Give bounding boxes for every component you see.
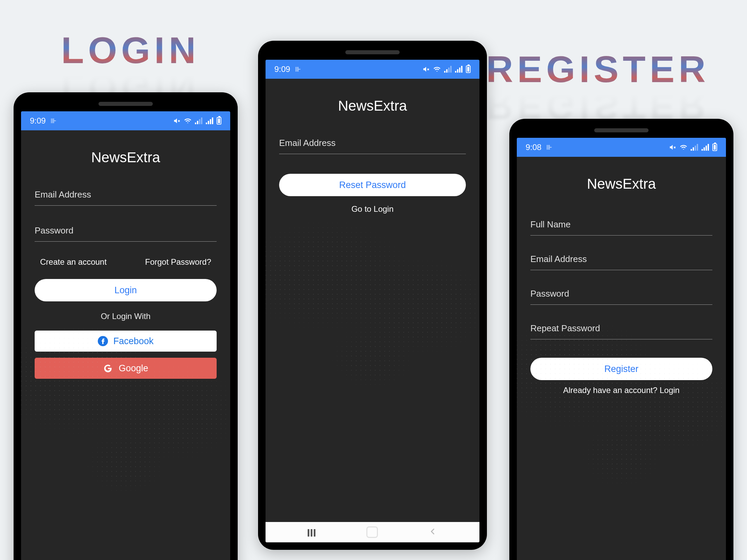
- password-field[interactable]: Password: [530, 288, 712, 305]
- email-field[interactable]: Email Address: [35, 189, 217, 206]
- register-banner: REGISTER: [486, 48, 710, 91]
- register-button[interactable]: Register: [530, 358, 712, 380]
- reset-password-button[interactable]: Reset Password: [279, 174, 466, 196]
- battery-icon: [217, 117, 221, 125]
- status-time: 9:08: [526, 143, 542, 152]
- facebook-login-button[interactable]: Facebook: [35, 331, 217, 352]
- or-login-with-label: Or Login With: [35, 312, 217, 321]
- signal-bars-sim2-icon: [206, 117, 213, 124]
- wifi-icon: [433, 66, 441, 73]
- email-label: Email Address: [530, 254, 712, 270]
- phone-login: 9:09 ⊪ NewsExtra Email Address Password …: [14, 92, 238, 560]
- status-app-indicator-icon: ⊪: [295, 65, 301, 73]
- email-field[interactable]: Email Address: [530, 254, 712, 270]
- password-field[interactable]: Password: [35, 225, 217, 242]
- login-banner: LOGIN: [61, 29, 200, 72]
- login-button[interactable]: Login: [35, 279, 217, 301]
- already-have-account-link[interactable]: Already have an account? Login: [530, 386, 712, 395]
- app-title: NewsExtra: [530, 176, 712, 192]
- google-label: Google: [119, 363, 148, 374]
- phone-earpiece: [345, 50, 400, 54]
- status-bar: 9:09 ⊪: [21, 111, 230, 130]
- password-label: Password: [530, 288, 712, 304]
- repeat-password-field[interactable]: Repeat Password: [530, 323, 712, 339]
- repeat-password-label: Repeat Password: [530, 323, 712, 339]
- phone-register: 9:08 ⊪ NewsExtra Full Name Email Address…: [509, 119, 733, 560]
- nav-recent-apps-icon[interactable]: [308, 528, 316, 537]
- battery-icon: [466, 66, 471, 73]
- android-nav-bar: [266, 522, 479, 542]
- forgot-password-link[interactable]: Forgot Password?: [145, 257, 211, 267]
- wifi-icon: [680, 144, 687, 151]
- phone-earpiece: [98, 102, 153, 106]
- mute-icon: [173, 117, 181, 125]
- email-label: Email Address: [279, 138, 466, 154]
- battery-icon: [712, 144, 717, 151]
- app-title: NewsExtra: [279, 98, 466, 114]
- status-time: 9:09: [274, 64, 290, 74]
- google-icon: [103, 363, 113, 373]
- signal-bars-sim2-icon: [702, 144, 709, 151]
- signal-bars-sim1-icon: [444, 66, 452, 73]
- email-field[interactable]: Email Address: [279, 138, 466, 154]
- full-name-field[interactable]: Full Name: [530, 219, 712, 236]
- status-bar: 9:09 ⊪: [266, 60, 479, 79]
- wifi-icon: [184, 117, 192, 125]
- email-label: Email Address: [35, 189, 217, 205]
- facebook-label: Facebook: [113, 336, 154, 347]
- phone-reset-password: 9:09 ⊪ NewsExtra Email Address Reset Pas…: [258, 41, 487, 550]
- status-time: 9:09: [30, 116, 46, 126]
- facebook-icon: [98, 336, 108, 346]
- password-label: Password: [35, 225, 217, 241]
- signal-bars-sim1-icon: [195, 117, 202, 124]
- nav-home-icon[interactable]: [366, 526, 378, 538]
- go-to-login-link[interactable]: Go to Login: [279, 204, 466, 214]
- signal-bars-sim1-icon: [691, 144, 698, 151]
- nav-back-icon[interactable]: [428, 527, 437, 538]
- status-app-indicator-icon: ⊪: [51, 117, 56, 125]
- signal-bars-sim2-icon: [455, 66, 462, 73]
- mute-icon: [422, 66, 430, 73]
- google-login-button[interactable]: Google: [35, 358, 217, 379]
- phone-earpiece: [594, 128, 649, 132]
- create-account-link[interactable]: Create an account: [40, 257, 107, 267]
- full-name-label: Full Name: [530, 219, 712, 235]
- status-bar: 9:08 ⊪: [517, 138, 726, 157]
- app-title: NewsExtra: [35, 149, 217, 166]
- world-map-background: [266, 194, 479, 398]
- mute-icon: [669, 144, 676, 151]
- status-app-indicator-icon: ⊪: [546, 143, 552, 151]
